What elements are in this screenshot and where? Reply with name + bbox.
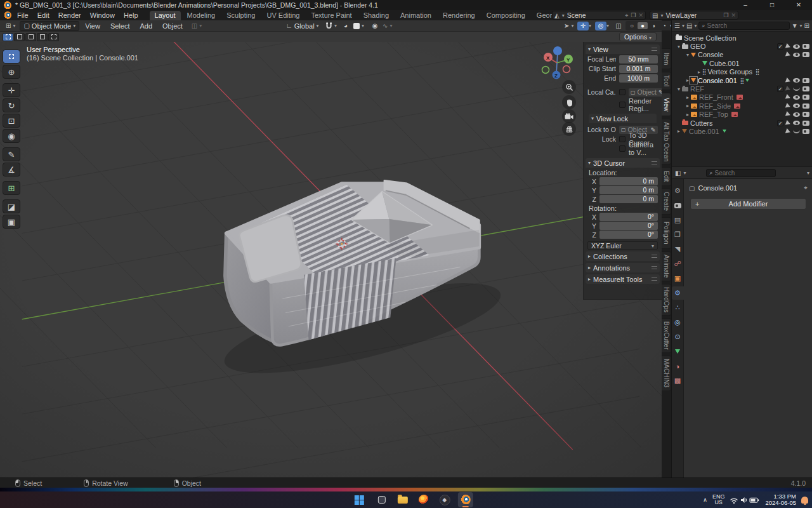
hide-eye-icon[interactable] [793,44,800,49]
exclude-checkbox[interactable]: ✓ [777,120,783,126]
panel-measureit-header[interactable]: ▸MeasureIt Tools [586,274,660,284]
start-button[interactable] [353,492,369,507]
clip-start-field[interactable]: 0.001 m [619,65,658,73]
cursor-loc-z-field[interactable]: 0 m [599,195,658,203]
tray-status-icons[interactable] [730,496,760,504]
tab-constraints[interactable]: ⊙ [672,330,684,344]
panel-grip[interactable] [652,266,657,269]
outliner-row-console[interactable]: ▾ Console [672,51,812,59]
outliner-search[interactable]: ⌕ [698,22,789,30]
remove-layer-icon[interactable]: ✕ [731,12,736,18]
gizmo-axis-z-pos[interactable] [553,46,562,55]
hide-eye-icon[interactable] [793,121,800,125]
tab-world[interactable]: ☍ [672,257,684,271]
outliner-filter-id-icon[interactable]: ▤ [686,22,692,29]
tool-scale[interactable]: ⊡ [3,114,20,128]
render-camera-icon[interactable] [802,104,809,109]
proportional-falloff-button[interactable]: ▾ [350,22,367,30]
rotation-order-dropdown[interactable]: XYZ Euler▾ [587,241,658,250]
language-indicator[interactable]: ENGUS [712,494,725,505]
menu-window[interactable]: Window [86,11,119,19]
panel-grip[interactable] [652,255,657,258]
new-scene-icon[interactable]: ❐ [631,12,636,18]
select-mode-intersect[interactable] [48,33,59,41]
tab-object[interactable]: ▣ [672,272,684,285]
firefox-button[interactable] [416,492,431,507]
hide-eye-icon[interactable] [793,95,800,100]
selectable-icon[interactable] [785,43,791,50]
tool-measure[interactable]: ∡ [3,163,20,177]
workspace-tab-texture-paint[interactable]: Texture Paint [306,11,357,20]
sidebar-tab-hardops[interactable]: HardOps [662,284,671,316]
workspace-tab-uv-editing[interactable]: UV Editing [261,11,304,20]
pan-hand-button[interactable] [562,95,576,109]
tab-material[interactable]: ◑ [672,359,684,373]
cursor-rot-z-field[interactable]: 0° [599,231,658,239]
sidebar-tab-tool[interactable]: Tool [662,72,671,90]
new-layer-icon[interactable]: ❐ [723,12,728,18]
maximize-button[interactable]: □ [759,0,785,10]
shading-wireframe-icon[interactable]: ○ [627,22,637,29]
expand-icon[interactable]: ▸ [684,112,691,117]
hide-eye-icon[interactable] [793,112,800,117]
task-view-button[interactable] [374,492,390,507]
render-camera-icon[interactable] [802,44,809,49]
sidebar-tab-boxcutter[interactable]: BoxCutter [662,318,671,353]
render-camera-icon[interactable] [802,121,809,126]
mode-dropdown[interactable]: ▢Object Mode▾ [20,21,79,31]
outliner-search-input[interactable] [707,22,787,29]
select-mode-extend[interactable] [14,33,25,41]
expand-icon[interactable]: ▸ [696,69,702,75]
selectable-icon[interactable] [785,86,791,92]
panel-3d-cursor-header[interactable]: ▾3D Cursor [586,158,660,168]
workspace-tab-shading[interactable]: Shading [358,11,394,20]
expand-icon[interactable]: ▸ [684,95,691,100]
selectable-icon[interactable] [785,111,791,117]
sidebar-tab-animate[interactable]: Animate [662,251,671,281]
expand-icon[interactable]: ▸ [676,128,682,134]
sidebar-tab-poliigon[interactable]: Poliigon [662,217,671,249]
properties-options-icon[interactable]: ▾ [807,170,809,176]
tray-chevron-icon[interactable]: ∧ [703,497,707,503]
sidebar-tab-create[interactable]: Create [662,189,671,215]
expand-icon[interactable]: ▾ [676,44,682,50]
zoom-button[interactable] [562,80,576,94]
tab-view-layer[interactable]: ❐ [672,228,684,241]
render-camera-icon[interactable] [802,86,809,91]
expand-icon[interactable]: ▾ [676,86,682,92]
panel-view-lock-header[interactable]: ▾View Lock [589,114,657,123]
panel-collections-header[interactable]: ▸Collections [586,251,660,261]
cursor-loc-y-field[interactable]: 0 m [599,186,658,194]
notification-bell-icon[interactable] [801,497,808,504]
selectable-icon[interactable] [785,103,791,109]
panel-grip[interactable] [652,161,657,164]
outliner-row-geo[interactable]: ▾ GEO ✓ [672,42,812,50]
minimize-button[interactable]: – [732,0,759,10]
panel-view-header[interactable]: ▾View [586,44,660,54]
add-modifier-button[interactable]: + Add Modifier [690,198,806,210]
options-button[interactable]: Options ▾ [619,32,657,41]
properties-search-input[interactable] [715,170,773,177]
tool-add-cube[interactable]: ⊞ [3,181,20,195]
hide-eye-icon[interactable] [793,87,800,91]
menu-object[interactable]: Object [158,22,187,30]
tool-transform[interactable]: ◉ [3,129,20,143]
workspace-tab-sculpting[interactable]: Sculpting [221,11,260,20]
new-collection-icon[interactable]: ⊞ [804,22,809,29]
outliner-row-cube-001[interactable]: ▸ Cube.001 [672,127,812,135]
editor-type-button[interactable]: ⊞▾ [3,22,18,30]
tool-cursor[interactable]: ⊕ [3,65,20,79]
select-mode-subtract[interactable] [25,33,36,41]
properties-editor-type-icon[interactable]: ◧ [675,170,681,177]
outliner-row-ref-side[interactable]: ▸ REF_Side [672,102,812,110]
selectable-icon[interactable] [785,128,791,135]
expand-icon[interactable]: ▾ [684,52,691,58]
outliner-row-cutters[interactable]: Cutters ✓ [672,119,812,127]
navigation-gizmo[interactable]: X Y Z [536,41,578,83]
selectable-icon[interactable] [785,120,791,126]
unlink-scene-icon[interactable]: ✕ [638,12,643,18]
focal-length-field[interactable]: 50 mm [619,55,658,64]
show-overlays-toggle[interactable]: ◎ [595,22,606,30]
outliner-row-cube-001-data[interactable]: Cube.001 [672,59,812,67]
tool-select-box[interactable] [3,50,20,64]
